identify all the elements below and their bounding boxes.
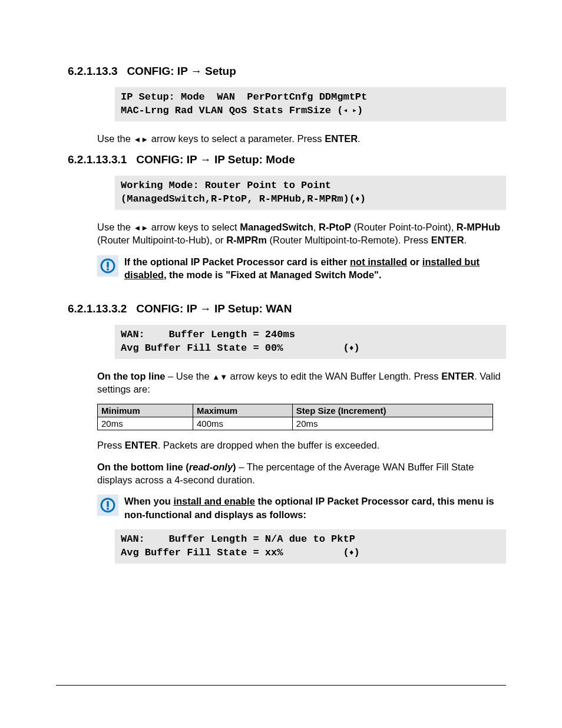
settings-table: Minimum Maximum Step Size (Increment) 20… [97, 404, 493, 430]
lcd-line: ) [353, 342, 359, 354]
table-row: 20ms 400ms 20ms [98, 417, 493, 430]
lcd-line: IP Setup: Mode WAN PerPortCnfg DDMgmtPt [121, 91, 367, 103]
lcd-line: ) [360, 193, 366, 205]
heading-number: 6.2.1.13.3.1 [68, 153, 127, 166]
left-right-arrow-icon: ◄► [133, 135, 148, 144]
paragraph: Press ENTER. Packets are dropped when th… [97, 439, 506, 452]
lcd-line: WAN: Buffer Length = 240ms [121, 329, 295, 340]
lcd-line: Avg Buffer Fill State = 00% ( [121, 342, 349, 354]
svg-rect-1 [107, 262, 108, 268]
svg-point-2 [107, 268, 109, 271]
lcd-display-wan: WAN: Buffer Length = 240ms Avg Buffer Fi… [115, 325, 506, 359]
lcd-display-wan-na: WAN: Buffer Length = N/A due to PktP Avg… [115, 529, 506, 564]
heading-mode: 6.2.1.13.3.1 CONFIG: IP → IP Setup: Mode [68, 153, 506, 166]
lcd-display-mode: Working Mode: Router Point to Point (Man… [115, 176, 506, 210]
lcd-line: ) [357, 105, 363, 116]
paragraph: Use the ◄► arrow keys to select ManagedS… [97, 220, 506, 247]
info-icon [97, 255, 118, 276]
up-down-nav-icon: ♦ [355, 195, 360, 203]
table-header: Maximum [193, 404, 292, 417]
right-arrow-icon: → [200, 302, 211, 315]
table-cell: 20ms [292, 417, 492, 430]
lcd-line: (ManagedSwitch,R-PtoP, R-MPHub,R-MPRm)( [121, 193, 355, 205]
left-right-arrow-icon: ◄► [133, 223, 148, 232]
right-arrow-icon: → [200, 153, 211, 166]
document-page: 6.2.1.13.3 CONFIG: IP → Setup IP Setup: … [0, 0, 562, 728]
table-header: Step Size (Increment) [292, 404, 492, 417]
paragraph: Use the ◄► arrow keys to select a parame… [97, 132, 506, 145]
lcd-line: ) [353, 547, 359, 558]
lcd-line: Working Mode: Router Point to Point [121, 180, 331, 191]
left-right-nav-icon: ◂ ▸ [343, 106, 356, 115]
paragraph: On the top line – Use the ▲▼ arrow keys … [97, 370, 506, 396]
note-text: If the optional IP Packet Processor card… [124, 255, 506, 282]
table-cell: 400ms [193, 417, 292, 430]
heading-setup: 6.2.1.13.3 CONFIG: IP → Setup [68, 65, 506, 78]
lcd-display-setup: IP Setup: Mode WAN PerPortCnfg DDMgmtPt … [115, 87, 506, 121]
note-block: When you install and enable the optional… [97, 495, 506, 521]
svg-point-5 [107, 508, 109, 510]
heading-text-a: CONFIG: IP [127, 65, 190, 77]
heading-number: 6.2.1.13.3 [68, 65, 118, 77]
note-block: If the optional IP Packet Processor card… [97, 255, 506, 282]
footer-divider [56, 685, 506, 686]
table-row: Minimum Maximum Step Size (Increment) [98, 404, 493, 417]
note-text: When you install and enable the optional… [124, 495, 506, 521]
heading-wan: 6.2.1.13.3.2 CONFIG: IP → IP Setup: WAN [68, 302, 506, 315]
table-cell: 20ms [98, 417, 193, 430]
up-down-arrow-icon: ▲▼ [212, 373, 227, 381]
lcd-line: WAN: Buffer Length = N/A due to PktP [121, 533, 355, 545]
paragraph: On the bottom line (read-only) – The per… [97, 460, 506, 487]
svg-rect-4 [107, 501, 108, 507]
info-icon [97, 495, 118, 516]
heading-text-b: Setup [202, 65, 236, 77]
lcd-line: MAC-Lrng Rad VLAN QoS Stats FrmSize ( [121, 105, 343, 116]
heading-number: 6.2.1.13.3.2 [68, 302, 127, 315]
lcd-line: Avg Buffer Fill State = xx% ( [121, 547, 349, 558]
right-arrow-icon: → [191, 65, 202, 77]
table-header: Minimum [98, 404, 193, 417]
